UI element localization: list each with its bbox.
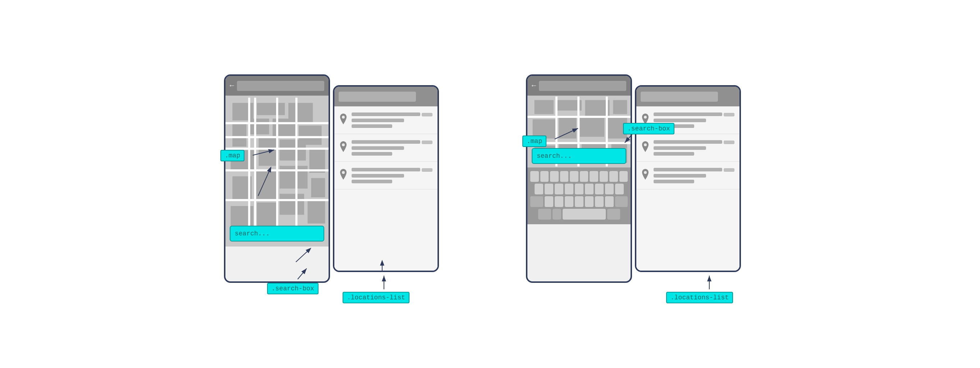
pin-icon-1 [339, 114, 347, 124]
phone-header-2: ← [527, 76, 630, 95]
loc-badge [422, 113, 433, 116]
search-box-annotation-1: .search-box [267, 283, 318, 294]
key-g [575, 184, 584, 194]
key-t [570, 171, 578, 182]
key-b [585, 196, 593, 207]
key-y [580, 171, 589, 182]
key-v [575, 196, 584, 207]
loc-line [352, 174, 404, 178]
loc-line [352, 146, 404, 150]
loc-line [352, 124, 392, 128]
main-container: ← [0, 0, 980, 368]
svg-rect-9 [272, 119, 295, 136]
phone-header-1: ← [225, 76, 329, 95]
key-r [560, 171, 569, 182]
key-w [540, 171, 549, 182]
right-header-bar-2 [641, 92, 718, 102]
location-item-1 [334, 106, 438, 134]
key-space [563, 209, 606, 220]
key-f [565, 184, 573, 194]
loc-line [654, 113, 722, 116]
location-lines-5 [654, 140, 735, 155]
key-a [535, 184, 543, 194]
loc-line [352, 168, 420, 171]
key-x [555, 196, 563, 207]
key-z [545, 196, 553, 207]
key-d [555, 184, 563, 194]
key-p [619, 171, 628, 182]
keyboard-area [527, 168, 630, 224]
header-icon-3 [721, 94, 727, 100]
map-label-text: .map [225, 152, 240, 159]
location-item-3 [334, 162, 438, 189]
header-icons-2 [721, 94, 735, 100]
loc-badge [724, 141, 735, 144]
left-phone-2: ← [526, 75, 632, 283]
key-q [530, 171, 539, 182]
key-i [600, 171, 608, 182]
map-label-text-2: .map [527, 138, 542, 145]
svg-rect-43 [613, 100, 627, 114]
key-o [609, 171, 618, 182]
loc-line [352, 140, 420, 144]
svg-rect-5 [257, 103, 285, 115]
header-icon-4 [729, 94, 735, 100]
loc-line [654, 119, 706, 122]
right-header-bar [339, 92, 416, 102]
svg-point-33 [342, 143, 345, 146]
svg-point-58 [644, 143, 647, 146]
header-icon-2 [427, 94, 433, 100]
right-phone-2 [635, 85, 741, 272]
pin-icon-6 [641, 169, 649, 180]
location-item-5 [636, 134, 740, 162]
svg-point-57 [644, 116, 647, 119]
keyboard-row-1 [530, 171, 628, 182]
key-delete [615, 196, 628, 207]
svg-rect-7 [232, 124, 246, 147]
header-title-bar [237, 81, 324, 91]
search-box-label-text-2: .search-box [627, 125, 670, 132]
svg-point-32 [342, 116, 345, 119]
locations-list-annotation-2: .locations-list [666, 292, 733, 303]
loc-line [352, 152, 392, 155]
right-phone-header-1 [334, 87, 438, 106]
right-phone-header-2 [636, 87, 740, 106]
left-phone-1: ← [224, 75, 330, 283]
map-annotation-1: .map [220, 150, 245, 161]
svg-rect-29 [276, 98, 278, 227]
search-input-text: search... [235, 230, 270, 237]
locations-list-1 [334, 106, 438, 272]
map-area-2: search... [527, 95, 630, 168]
loc-line [352, 180, 392, 183]
loc-line [654, 168, 722, 171]
location-item-2 [334, 134, 438, 162]
key-l [615, 184, 624, 194]
svg-rect-20 [257, 203, 277, 227]
svg-rect-21 [280, 194, 304, 214]
search-box-1[interactable]: search... [230, 226, 324, 241]
loc-line [654, 152, 694, 155]
loc-badge [724, 113, 735, 116]
key-emoji [552, 209, 561, 220]
key-c [565, 196, 573, 207]
svg-rect-18 [311, 178, 325, 197]
svg-rect-45 [559, 116, 577, 138]
svg-rect-8 [250, 119, 269, 135]
search-input-text-2: search... [537, 152, 572, 160]
loc-line [654, 140, 722, 144]
search-box-2[interactable]: search... [532, 148, 626, 164]
svg-rect-16 [255, 171, 276, 199]
key-h [585, 184, 593, 194]
pin-icon-2 [339, 141, 347, 152]
back-arrow-icon: ← [230, 82, 234, 90]
svg-point-34 [342, 171, 345, 174]
map-area-1: search... [225, 95, 329, 246]
key-u [590, 171, 598, 182]
loc-line [352, 119, 404, 122]
svg-rect-13 [280, 140, 306, 160]
svg-rect-30 [296, 98, 298, 227]
svg-rect-14 [309, 148, 325, 173]
loc-line [352, 113, 420, 116]
svg-rect-46 [580, 117, 605, 137]
right-phone-1 [333, 85, 439, 272]
